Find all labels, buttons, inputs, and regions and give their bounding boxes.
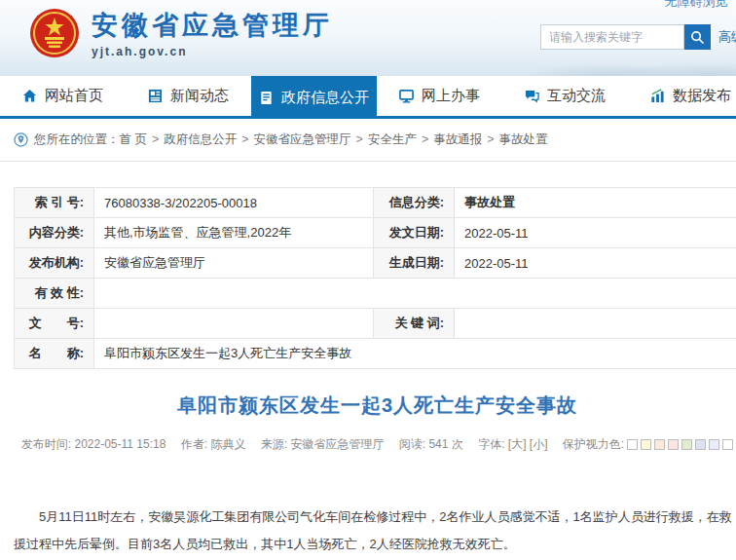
main-nav: 网站首页 新闻动态 政府信息公开 (0, 76, 736, 119)
nav-label: 数据发布 (673, 87, 731, 105)
field-value: 事故处置 (455, 188, 736, 218)
location-pin-icon (14, 132, 28, 147)
top-links: 无障碍浏览| (665, 0, 736, 11)
site-url: yjt.ah.gov.cn (92, 45, 333, 58)
color-swatch[interactable] (654, 439, 665, 450)
field-label: 文 号: (15, 309, 94, 339)
publish-time-value: 2022-05-11 15:18 (74, 437, 166, 451)
color-swatch[interactable] (668, 439, 679, 450)
color-swatch[interactable] (695, 439, 706, 450)
field-label: 索 引 号: (15, 188, 94, 218)
nav-label: 网站首页 (45, 87, 103, 105)
breadcrumb-separator: > (422, 132, 428, 146)
field-value: 安徽省应急管理厅 (94, 248, 374, 279)
search-input[interactable] (540, 24, 684, 50)
article-body: 5月11日11时左右，安徽昊源化工集团有限公司气化车间在检修过程中，2名作业人员… (14, 504, 736, 560)
article-title: 阜阳市颍东区发生一起3人死亡生产安全事故 (14, 392, 736, 419)
chart-icon (650, 89, 665, 103)
font-smaller-button[interactable]: [小] (530, 437, 548, 451)
field-value (455, 309, 736, 339)
nav-item-home[interactable]: 网站首页 (0, 76, 126, 116)
breadcrumb-separator: > (356, 132, 363, 146)
article-meta: 发布时间: 2022-05-11 15:18 作者: 陈典义 来源: 安徽省应急… (14, 436, 736, 453)
nav-label: 政府信息公开 (281, 89, 369, 107)
breadcrumb-link[interactable]: 事故通报 (433, 132, 482, 146)
nav-label: 互动交流 (547, 87, 606, 105)
table-row: 有 效 性: (15, 279, 736, 309)
field-label: 生成日期: (374, 248, 455, 279)
breadcrumb-separator: > (241, 132, 248, 146)
nav-item-gov-info[interactable]: 政府信息公开 (251, 76, 377, 119)
field-value: 76080338-3/202205-00018 (94, 188, 374, 218)
color-swatch[interactable] (722, 439, 733, 450)
article-paragraph: 5月11日11时左右，安徽昊源化工集团有限公司气化车间在检修过程中，2名作业人员… (14, 504, 736, 558)
table-row: 内容分类: 其他,市场监管、应急管理,2022年 发文日期: 2022-05-1… (15, 218, 736, 248)
color-swatch[interactable] (709, 439, 719, 450)
field-value: 阜阳市颍东区发生一起3人死亡生产安全事故 (94, 339, 736, 369)
monitor-icon (399, 89, 414, 103)
color-swatch[interactable] (627, 439, 638, 450)
source-label: 来源: (261, 437, 287, 451)
nav-item-news[interactable]: 新闻动态 (126, 76, 251, 116)
brand-text: 安徽省应急管理厅 yjt.ah.gov.cn (92, 8, 333, 58)
field-label: 有 效 性: (15, 279, 94, 309)
breadcrumb-separator: > (487, 132, 494, 146)
publish-time-label: 发布时间: (21, 437, 71, 451)
accessibility-link[interactable]: 无障碍浏览 (665, 0, 728, 9)
chat-icon (525, 89, 539, 103)
breadcrumb-link[interactable]: 政府信息公开 (164, 132, 237, 146)
site-header: 无障碍浏览| 安徽省应急管理厅 yjt.ah.gov.cn (0, 0, 736, 76)
source-value: 安徽省应急管理厅 (290, 437, 384, 451)
breadcrumb-link[interactable]: 安徽省应急管理厅 (254, 132, 351, 146)
breadcrumb-label: 您所在的位置： (34, 131, 120, 148)
field-value: 其他,市场监管、应急管理,2022年 (94, 218, 374, 248)
views-value: 541 次 (428, 437, 462, 451)
eye-protect-label: 保护视力色: (563, 437, 624, 451)
site-logo[interactable]: 安徽省应急管理厅 yjt.ah.gov.cn (29, 8, 333, 58)
breadcrumb-link[interactable]: 事故处置 (499, 132, 548, 146)
eye-protect-swatches (624, 439, 733, 453)
breadcrumb-link[interactable]: 安全生产 (368, 132, 417, 146)
content: 索 引 号: 76080338-3/202205-00018 信息分类: 事故处… (14, 187, 736, 560)
nav-item-interaction[interactable]: 互动交流 (502, 76, 628, 116)
table-row: 发布机构: 安徽省应急管理厅 生成日期: 2022-05-11 (15, 248, 736, 279)
color-swatch[interactable] (681, 439, 692, 450)
font-larger-button[interactable]: [大] (508, 437, 527, 451)
author-label: 作者: (181, 437, 207, 451)
breadcrumb-separator: > (152, 132, 159, 146)
nav-label: 网上办事 (422, 87, 480, 105)
field-value (94, 309, 374, 339)
table-row: 文 号: 关 键 词: (15, 309, 736, 339)
page: 无障碍浏览| 安徽省应急管理厅 yjt.ah.gov.cn (0, 0, 736, 560)
site-name: 安徽省应急管理厅 (92, 8, 333, 43)
magnifier-icon (690, 30, 705, 45)
news-icon (148, 89, 163, 103)
field-label: 名 称: (15, 339, 94, 369)
home-icon (22, 89, 37, 103)
table-row: 名 称: 阜阳市颍东区发生一起3人死亡生产安全事故 (15, 339, 736, 369)
color-swatch[interactable] (641, 439, 651, 450)
field-label: 内容分类: (15, 218, 94, 248)
nav-label: 新闻动态 (170, 87, 229, 105)
author-value: 陈典义 (210, 437, 245, 451)
table-row: 索 引 号: 76080338-3/202205-00018 信息分类: 事故处… (15, 188, 736, 218)
national-emblem-icon (29, 8, 80, 58)
breadcrumb: 您所在的位置： 首 页>政府信息公开>安徽省应急管理厅>安全生产>事故通报>事故… (0, 119, 736, 162)
breadcrumb-trail: 首 页>政府信息公开>安徽省应急管理厅>安全生产>事故通报>事故处置 (120, 131, 548, 148)
field-value (94, 279, 736, 309)
document-icon (259, 91, 274, 105)
field-label: 关 键 词: (374, 309, 455, 339)
search-bar: 高级搜索 (540, 24, 736, 50)
search-button[interactable] (684, 24, 711, 50)
advanced-search-link[interactable]: 高级搜索 (718, 28, 736, 46)
field-value: 2022-05-11 (455, 218, 736, 248)
field-label: 发布机构: (15, 248, 94, 279)
views-label: 阅读: (399, 437, 425, 451)
nav-item-online-service[interactable]: 网上办事 (377, 76, 502, 116)
nav-item-data[interactable]: 数据发布 (628, 76, 736, 116)
info-table: 索 引 号: 76080338-3/202205-00018 信息分类: 事故处… (14, 187, 736, 369)
breadcrumb-link[interactable]: 首 页 (120, 132, 147, 146)
font-size-label: 字体: (478, 437, 504, 451)
field-label: 发文日期: (374, 218, 455, 248)
field-label: 信息分类: (374, 188, 455, 218)
